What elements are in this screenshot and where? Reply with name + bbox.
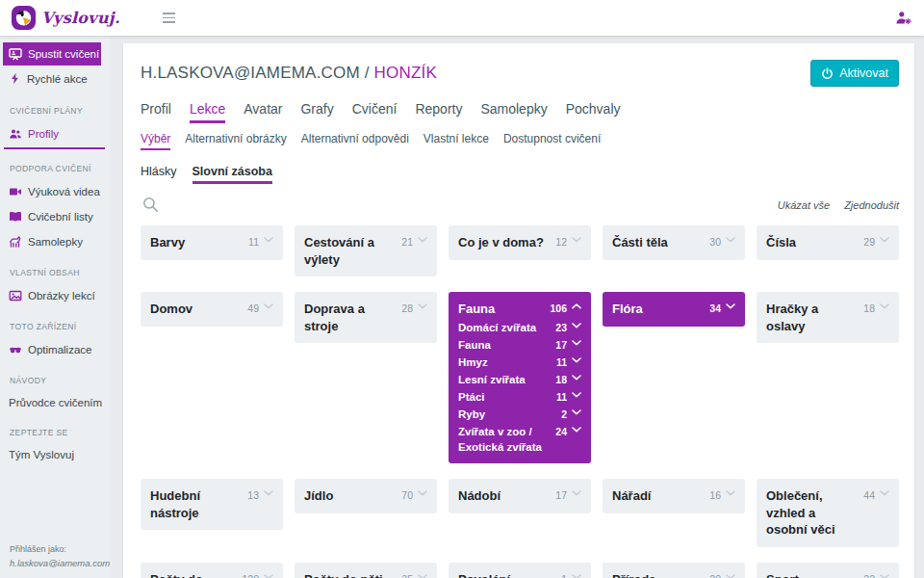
subcategory-row-hmyz[interactable]: Hmyz11 (458, 355, 581, 370)
category-card-barvy[interactable]: Barvy11 (141, 225, 283, 260)
chevron-down-icon[interactable] (572, 323, 581, 328)
simplify-link[interactable]: Zjednodušit (844, 199, 899, 211)
subcategory-row-ryby[interactable]: Ryby2 (458, 407, 581, 422)
category-name: Části těla (612, 234, 704, 251)
tab-pochvaly[interactable]: Pochvaly (566, 101, 621, 123)
chevron-down-icon[interactable] (880, 237, 889, 243)
sidebar-item-vyukova-videa[interactable]: Výuková videa (3, 180, 101, 203)
chevron-down-icon[interactable] (572, 340, 581, 346)
sidebar-item-label: Rychlé akce (27, 73, 88, 85)
category-card-cestovani-a-vylety[interactable]: Cestování a výlety21 (295, 225, 437, 276)
subtab-vlastni-lekce[interactable]: Vlastní lekce (424, 132, 489, 150)
tab-cviceni[interactable]: Cvičení (352, 101, 398, 123)
category-card-obleceni-vzhled-a-osobni-veci[interactable]: Oblečení, vzhled a osobní věci44 (757, 479, 899, 547)
sidebar-item-profily[interactable]: Profily (3, 122, 101, 145)
tab-samolepky[interactable]: Samolepky (480, 101, 547, 123)
tab-avatar[interactable]: Avatar (244, 101, 282, 123)
sidebar-item-pruvodce-cvicenim[interactable]: Průvodce cvičením (3, 392, 101, 413)
category-card-hracky-a-oslavy[interactable]: Hračky a oslavy18 (757, 292, 899, 343)
lesson-tab-hlasky[interactable]: Hlásky (141, 165, 177, 184)
chevron-down-icon[interactable] (880, 490, 889, 496)
subcategory-row-ptaci[interactable]: Ptáci11 (458, 389, 581, 405)
category-count: 20 (709, 573, 721, 578)
lesson-tab-slovni-zasoba[interactable]: Slovní zásoba (192, 165, 272, 184)
chevron-down-icon[interactable] (726, 303, 735, 309)
sidebar-item-samolepky[interactable]: Samolepky (3, 230, 101, 253)
sidebar-item-rychle-akce[interactable]: Rychlé akce (3, 67, 101, 90)
chevron-down-icon[interactable] (726, 574, 735, 578)
user-settings-icon[interactable] (895, 11, 912, 25)
subcategory-row-zvirata-v-zoo-exoticka-zvirata[interactable]: Zvířata v zoo / Exotická zvířata24 (458, 424, 581, 455)
category-card-flora[interactable]: Flóra34 (603, 292, 745, 327)
app-logo[interactable]: Vyslovuj. (12, 6, 120, 30)
chevron-down-icon[interactable] (264, 490, 273, 496)
chevron-down-icon[interactable] (726, 490, 735, 496)
chevron-down-icon[interactable] (572, 409, 581, 415)
chevron-down-icon[interactable] (264, 237, 273, 243)
bird-logo-icon (12, 6, 36, 30)
chevron-down-icon[interactable] (418, 574, 427, 578)
chevron-down-icon[interactable] (726, 237, 735, 243)
chevron-down-icon[interactable] (264, 574, 273, 578)
category-card-hudebni-nastroje[interactable]: Hudební nástroje13 (141, 479, 283, 530)
tab-grafy[interactable]: Grafy (300, 101, 333, 123)
chevron-down-icon[interactable] (572, 392, 581, 398)
subcategory-row-domaci-zvirata[interactable]: Domácí zvířata23 (458, 320, 581, 335)
image-icon (9, 289, 22, 302)
category-card-naradi[interactable]: Nářadí16 (603, 479, 745, 513)
chevron-down-icon[interactable] (418, 490, 427, 496)
sidebar-item-tym-vyslovuj[interactable]: Tým Vyslovuj (3, 444, 101, 465)
chevron-down-icon[interactable] (264, 303, 273, 309)
show-all-link[interactable]: Ukázat vše (778, 199, 830, 211)
top-bar: Vyslovuj. (0, 0, 924, 36)
category-card-cisla[interactable]: Čísla29 (757, 225, 899, 260)
activate-button[interactable]: Aktivovat (810, 60, 899, 87)
category-card-povolani[interactable]: Povolání1 (449, 563, 591, 578)
chevron-down-icon[interactable] (572, 375, 581, 381)
signed-in-email: h.laskova@iamema.com (10, 558, 101, 568)
chevron-up-icon[interactable] (572, 303, 581, 309)
category-card-casti-tela[interactable]: Části těla30 (603, 225, 745, 260)
category-card-nadobi[interactable]: Nádobí17 (449, 479, 591, 513)
category-name: Doprava a stroje (304, 301, 396, 334)
chevron-down-icon[interactable] (418, 303, 427, 309)
tab-reporty[interactable]: Reporty (415, 101, 462, 123)
chevron-down-icon[interactable] (418, 237, 427, 243)
chevron-down-icon[interactable] (880, 574, 889, 578)
sidebar-item-cvicebni-listy[interactable]: Cvičební listy (3, 205, 101, 228)
chevron-down-icon[interactable] (572, 237, 581, 243)
category-count: 18 (863, 302, 875, 314)
subcategory-row-fauna[interactable]: Fauna17 (458, 337, 581, 353)
category-count: 49 (247, 302, 259, 314)
category-card-domov[interactable]: Domov49 (141, 292, 283, 327)
sidebar-item-obrazky-lekci[interactable]: Obrázky lekcí (3, 284, 101, 307)
chevron-down-icon[interactable] (572, 490, 581, 496)
search-icon[interactable] (141, 195, 161, 215)
category-card-pocty-do-deseti[interactable]: Počty do deseti120 (141, 563, 283, 578)
category-count: 17 (555, 489, 567, 501)
category-card-priroda[interactable]: Příroda20 (603, 563, 745, 578)
tab-lekce[interactable]: Lekce (190, 101, 225, 123)
chevron-down-icon[interactable] (572, 357, 581, 363)
category-card-sport[interactable]: Sport22 (757, 563, 899, 578)
tab-profil[interactable]: Profil (141, 101, 171, 123)
hamburger-icon[interactable] (159, 9, 179, 27)
sidebar-item-spustit-cviceni[interactable]: Spustit cvičení (3, 42, 101, 66)
category-card-fauna[interactable]: Fauna106Domácí zvířata23Fauna17Hmyz11Les… (449, 292, 591, 463)
subtab-vyber[interactable]: Výběr (141, 132, 170, 150)
subtab-dostupnost-cviceni[interactable]: Dostupnost cvičení (503, 132, 601, 150)
chevron-down-icon[interactable] (880, 303, 889, 309)
category-card-jidlo[interactable]: Jídlo70 (295, 479, 437, 513)
subtab-alternativni-obrazky[interactable]: Alternativní obrázky (185, 132, 286, 150)
sidebar-item-optimalizace[interactable]: Optimalizace (3, 338, 101, 361)
chevron-down-icon[interactable] (572, 427, 581, 433)
sidebar-section-header: NÁVODY (0, 376, 111, 385)
category-card-pocty-do-peti[interactable]: Počty do pěti35 (295, 563, 437, 578)
category-card-doprava-a-stroje[interactable]: Doprava a stroje28 (295, 292, 437, 343)
subtab-alternativni-odpovedi[interactable]: Alternativní odpovědi (301, 132, 409, 150)
power-icon (821, 67, 834, 80)
subcategory-row-lesni-zvirata[interactable]: Lesní zvířata18 (458, 372, 581, 387)
category-name: Barvy (150, 234, 243, 251)
chevron-down-icon[interactable] (572, 574, 581, 578)
category-card-co-je-v-doma[interactable]: Co je v doma?12 (449, 225, 591, 260)
